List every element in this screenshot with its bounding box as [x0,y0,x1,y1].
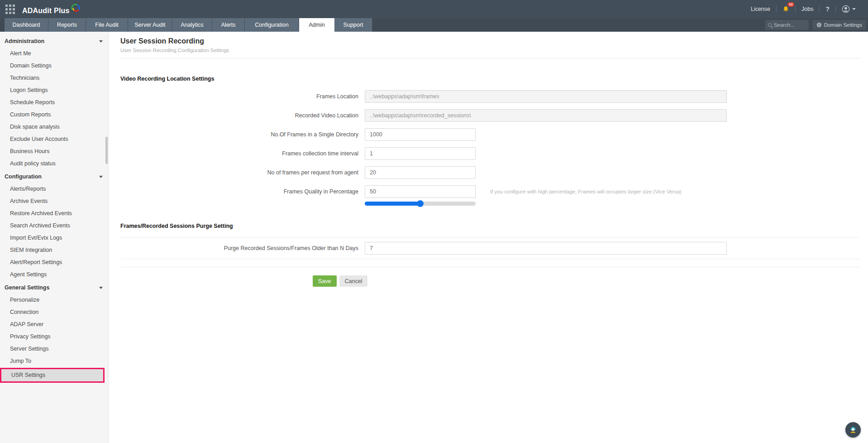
frames-per-request-label: No of frames per request from agent [120,166,365,179]
sidebar-item-server-settings[interactable]: Server Settings [0,343,108,355]
quality-hint-text: If you configure with high percentage, F… [490,185,682,198]
tab-server-audit[interactable]: Server Audit [128,18,172,32]
sidebar-item-alerts-reports[interactable]: Alerts/Reports [0,183,108,195]
admin-sidebar: Administration Alert Me Domain Settings … [0,32,109,443]
sidebar-item-logon-settings[interactable]: Logon Settings [0,84,108,96]
support-agent-icon [849,425,858,434]
tab-configuration[interactable]: Configuration [245,18,299,32]
user-account-menu[interactable] [836,5,862,13]
chevron-down-icon [99,287,103,289]
main-nav-tabbar: Dashboard Reports File Audit Server Audi… [0,18,868,32]
sidebar-item-exclude-user-accounts[interactable]: Exclude User Accounts [0,133,108,145]
notification-badge: 12 [787,2,794,7]
sidebar-item-usr-settings[interactable]: USR Settings [1,369,103,381]
tab-file-audit[interactable]: File Audit [86,18,128,32]
purge-spacer-row [120,259,860,267]
purge-settings-block: Purge Recorded Sessions/Frames Older tha… [120,237,860,267]
recorded-video-location-input [365,109,727,122]
sidebar-section-general-settings[interactable]: General Settings [0,281,108,294]
chevron-down-icon [99,176,103,178]
sidebar-item-domain-settings[interactable]: Domain Settings [0,60,108,72]
frames-quality-input[interactable] [365,185,476,198]
tab-support[interactable]: Support [334,18,372,32]
sidebar-item-archive-events[interactable]: Archive Events [0,195,108,207]
frames-location-label: Frames Location [120,90,365,103]
title-divider [120,58,860,58]
jobs-label: Jobs [801,6,813,12]
app-grid-icon[interactable] [5,5,15,14]
sidebar-item-connection[interactable]: Connection [0,306,108,318]
sidebar-item-agent-settings[interactable]: Agent Settings [0,269,108,281]
quality-slider-fill [365,202,420,206]
quality-slider[interactable] [365,202,476,206]
sidebar-item-search-archived-events[interactable]: Search Archived Events [0,220,108,232]
notifications-button[interactable]: 12 [777,5,795,13]
collection-interval-input[interactable] [365,147,476,160]
license-link[interactable]: License [745,6,776,12]
support-chat-button[interactable] [845,422,861,438]
sidebar-item-custom-reports[interactable]: Custom Reports [0,109,108,121]
search-input[interactable]: Search... [765,20,809,30]
form-actions: Save Cancel [120,275,860,287]
quality-slider-thumb[interactable] [417,200,424,207]
frames-location-input [365,90,727,103]
help-button[interactable]: ? [820,5,835,13]
section-title: Administration [5,38,44,44]
sidebar-item-personalize[interactable]: Personalize [0,294,108,306]
domain-settings-button[interactable]: Domain Settings [812,20,866,30]
section-title: General Settings [5,284,49,291]
form-row-recorded-video-location: Recorded Video Location [120,109,860,122]
purge-days-input[interactable] [365,242,727,255]
tab-analytics[interactable]: Analytics [172,18,212,32]
domain-settings-label: Domain Settings [824,22,862,28]
form-row-purge-days: Purge Recorded Sessions/Frames Older tha… [120,238,860,259]
chevron-down-icon [99,40,103,43]
tabbar-right-tools: Search... Domain Settings [765,18,868,32]
sidebar-section-administration[interactable]: Administration [0,34,108,48]
sidebar-item-privacy-settings[interactable]: Privacy Settings [0,331,108,343]
frames-per-request-input[interactable] [365,166,476,179]
sidebar-item-restore-archived-events[interactable]: Restore Archived Events [0,207,108,220]
tab-admin[interactable]: Admin [299,18,334,32]
sidebar-item-business-hours[interactable]: Business Hours [0,145,108,158]
frames-per-directory-input[interactable] [365,128,476,141]
sidebar-item-alert-report-settings[interactable]: Alert/Report Settings [0,256,108,269]
sidebar-item-siem-integration[interactable]: SIEM Integration [0,244,108,256]
usr-settings-highlight-box: USR Settings [0,368,105,383]
chevron-down-icon [852,8,856,10]
sidebar-item-adap-server[interactable]: ADAP Server [0,318,108,331]
jobs-link[interactable]: Jobs [796,6,819,12]
save-button[interactable]: Save [313,275,337,287]
cancel-button[interactable]: Cancel [339,275,368,287]
form-row-frames-quality: Frames Quality in Percentage If you conf… [120,185,860,206]
tab-dashboard[interactable]: Dashboard [5,18,48,32]
user-avatar-icon [842,5,850,13]
sidebar-item-schedule-reports[interactable]: Schedule Reports [0,96,108,109]
frames-quality-control [365,185,476,206]
tab-reports[interactable]: Reports [48,18,86,32]
sidebar-item-technicians[interactable]: Technicians [0,72,108,84]
help-icon: ? [825,5,830,13]
sidebar-item-alert-me[interactable]: Alert Me [0,48,108,60]
tab-alerts[interactable]: Alerts [212,18,245,32]
sidebar-item-jump-to[interactable]: Jump To [0,355,108,367]
sidebar-item-import-evt-evtx-logs[interactable]: Import Evt/Evtx Logs [0,232,108,244]
form-row-frames-per-directory: No.Of Frames in a Single Directory [120,128,860,141]
sidebar-item-disk-space-analysis[interactable]: Disk space analysis [0,121,108,133]
page-title: User Session Recording [120,37,860,45]
sidebar-scrollbar[interactable] [105,137,108,164]
gear-icon [816,22,822,28]
section-title: Configuration [5,173,42,180]
frames-per-directory-label: No.Of Frames in a Single Directory [120,128,365,141]
sidebar-section-configuration[interactable]: Configuration [0,170,108,183]
main-content: User Session Recording User Session Reco… [109,32,868,443]
recorded-video-location-label: Recorded Video Location [120,109,365,122]
section-purge-settings: Frames/Recorded Sessions Purge Setting [120,223,860,229]
sidebar-item-audit-policy-status[interactable]: Audit policy status [0,158,108,170]
form-row-collection-interval: Frames collection time interval [120,147,860,160]
logo-swirl-icon [71,3,81,13]
search-icon [768,23,772,27]
adaudit-plus-logo[interactable]: ADAudit Plus [22,3,81,15]
form-row-frames-location: Frames Location [120,90,860,103]
logo-text: ADAudit Plus [22,7,70,15]
